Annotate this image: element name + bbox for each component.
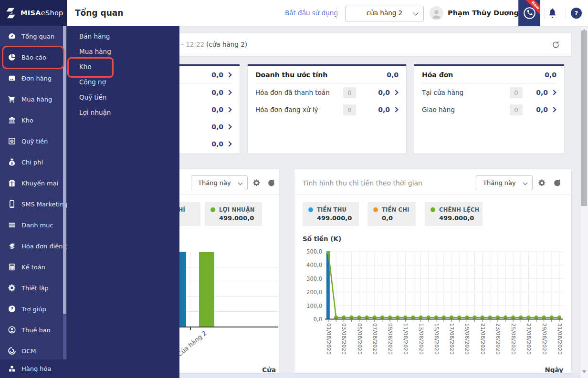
gear-icon[interactable] xyxy=(252,179,261,187)
card-row[interactable]: Hóa đơn đã thanh toán00,0 xyxy=(255,84,399,101)
row-value: 0,0 xyxy=(378,89,390,96)
sidebar-item-label: Kế toán xyxy=(21,264,45,271)
x-axis-tick-label: 09/08/2020 xyxy=(387,323,393,363)
card-header: Hóa đơn 0,0 xyxy=(422,66,556,84)
sidebar-item-bao-cao[interactable]: Báo cáo xyxy=(0,47,67,68)
refresh-icon[interactable] xyxy=(267,179,275,187)
y-axis-tick-label: 100,0 xyxy=(294,303,322,309)
row-value: 0,0 xyxy=(211,71,223,79)
card-title: Doanh thu ước tính xyxy=(255,71,327,79)
dashboard-icon xyxy=(8,32,16,41)
chevron-down-icon xyxy=(523,181,528,185)
card-row[interactable]: Tại cửa hàng00,0 xyxy=(422,84,556,101)
sidebar-item-hang-hoa[interactable]: Hàng hóa xyxy=(0,359,67,378)
submenu-item-loi-nhuan[interactable]: Lợi nhuận xyxy=(67,105,179,120)
sidebar-item-sms-marketing[interactable]: SMS Marketing xyxy=(0,194,67,215)
sidebar-item-mua-hang[interactable]: Mua hàng xyxy=(0,89,67,110)
legend-chip-chênh-lệch[interactable]: CHÊNH LỆCH499.000,0 xyxy=(425,202,483,226)
row-value: 0,0 xyxy=(536,106,548,113)
sidebar-item-label: Tổng quan xyxy=(21,33,54,40)
chevron-right-icon xyxy=(226,124,231,129)
x-axis-tick-label: 13/08/2020 xyxy=(418,323,424,363)
submenu-item-ban-hang[interactable]: Bán hàng xyxy=(67,29,179,44)
sidebar-item-danh-muc[interactable]: Danh mục xyxy=(0,215,67,235)
hotline-phone-tile[interactable]: New xyxy=(518,0,540,26)
x-axis-title: Cửa hàng xyxy=(242,366,276,373)
x-axis-tick-label: 15/08/2020 xyxy=(433,323,440,363)
user-icon xyxy=(8,326,16,334)
gridline xyxy=(190,252,190,327)
card-row[interactable]: Hóa đơn đang xử lý00,0 xyxy=(255,101,399,118)
sidebar-item-label: Kho xyxy=(21,117,33,124)
last-updated-time: - 12:22 xyxy=(181,41,204,48)
x-axis-tick-label: 11/08/2020 xyxy=(402,323,409,363)
sidebar-item-tro-giup[interactable]: ?Trợ giúp xyxy=(0,298,67,319)
legend-chip-tiền-chi[interactable]: TIỀN CHI0,0 xyxy=(368,202,416,226)
sidebar-item-label: Chi phí xyxy=(21,159,43,166)
help-icon: ? xyxy=(8,305,16,313)
sidebar-item-ke-toan[interactable]: Kế toán xyxy=(0,256,67,277)
chevron-right-icon xyxy=(226,90,231,95)
order-box-icon xyxy=(8,74,16,82)
submenu-item-quy-tien[interactable]: Quỹ tiền xyxy=(67,90,179,105)
period-select[interactable]: Tháng này xyxy=(191,175,248,190)
sidebar-item-thue-bao[interactable]: Thuê bao xyxy=(0,319,67,340)
scrollbar-thumb[interactable] xyxy=(581,31,587,206)
legend-label: TIỀN THU xyxy=(317,206,346,213)
refresh-icon[interactable] xyxy=(552,41,560,49)
sidebar-item-hoa-don-dien-tu[interactable]: Hóa đơn điện tử xyxy=(0,235,67,256)
bell-icon[interactable] xyxy=(547,8,558,19)
get-started-link[interactable]: Bắt đầu sử dụng xyxy=(285,0,338,26)
card-header: Doanh thu ước tính 0,0 xyxy=(255,66,399,84)
vertical-scrollbar[interactable] xyxy=(580,26,588,378)
submenu-item-cong-no[interactable]: Công nợ xyxy=(67,74,179,90)
legend-value: 499.000,0 xyxy=(210,215,256,222)
swirl-icon xyxy=(8,347,16,355)
x-axis-tick xyxy=(190,327,191,330)
chevron-right-icon xyxy=(393,90,398,95)
header-divider xyxy=(544,7,545,19)
card-row[interactable]: Giao hàng00,0 xyxy=(422,101,556,118)
y-axis-tick-label: 300,0 xyxy=(294,276,322,282)
sidebar-item-label: Hàng hóa xyxy=(21,365,52,372)
x-axis-tick-label: 27/08/2020 xyxy=(525,323,532,363)
submenu-item-kho[interactable]: Kho xyxy=(67,59,179,74)
pie-chart-icon xyxy=(8,53,16,61)
count-badge: 0 xyxy=(343,87,356,98)
app-logo[interactable]: MISAeShop xyxy=(0,0,67,26)
row-value: 0,0 xyxy=(211,123,223,131)
period-select-value: Tháng này xyxy=(198,179,231,186)
store-selector[interactable]: cửa hàng 2 xyxy=(345,6,424,21)
sidebar-item-khuyen-mai[interactable]: Khuyến mại xyxy=(0,173,67,194)
sidebar-item-ocm[interactable]: OCM xyxy=(0,340,67,361)
sidebar-scrollbar-thumb[interactable] xyxy=(63,26,66,314)
sidebar-item-chi-phi[interactable]: $Chi phí xyxy=(0,152,67,173)
sidebar-item-tong-quan[interactable]: Tổng quan xyxy=(0,26,67,47)
gear-icon[interactable] xyxy=(538,179,546,187)
sidebar-item-kho[interactable]: Kho xyxy=(0,110,67,131)
svg-text:$: $ xyxy=(11,161,13,165)
x-axis-tick-label: 01/08/2020 xyxy=(326,323,332,363)
legend-value: 499.000,0 xyxy=(430,215,477,222)
sidebar-item-label: Thuê bao xyxy=(21,327,51,334)
submenu-item-mua-hang[interactable]: Mua hàng xyxy=(67,44,179,59)
boxes-icon xyxy=(8,365,16,373)
period-select[interactable]: Tháng này xyxy=(476,175,533,190)
sidebar-item-label: Đơn hàng xyxy=(21,75,52,82)
legend-chip-lợi-nhuận[interactable]: LỢI NHUẬN499.000,0 xyxy=(205,202,262,226)
sidebar-item-thiet-lap[interactable]: Thiết lập xyxy=(0,277,67,298)
legend-chip-tiền-thu[interactable]: TIỀN THU499.000,0 xyxy=(303,202,359,226)
avatar[interactable] xyxy=(430,6,443,20)
refresh-icon[interactable] xyxy=(553,179,561,187)
panel-title: Tình hình thu chi tiền theo thời gian xyxy=(303,179,422,187)
sidebar-item-don-hang[interactable]: Đơn hàng xyxy=(0,68,67,89)
help-icon[interactable]: ? xyxy=(571,8,582,19)
x-axis-tick-label: 23/08/2020 xyxy=(495,323,501,363)
sidebar-item-label: Báo cáo xyxy=(21,54,46,61)
x-axis-title: Ngày xyxy=(537,366,563,373)
sidebar-item-quy-tien[interactable]: Quỹ tiền xyxy=(0,131,67,152)
card-total: 0,0 xyxy=(387,71,399,79)
sidebar-item-label: Quỹ tiền xyxy=(21,138,48,145)
y-axis-title: Số tiền (K) xyxy=(303,235,341,243)
scroll-down-arrow-icon[interactable] xyxy=(582,370,586,373)
